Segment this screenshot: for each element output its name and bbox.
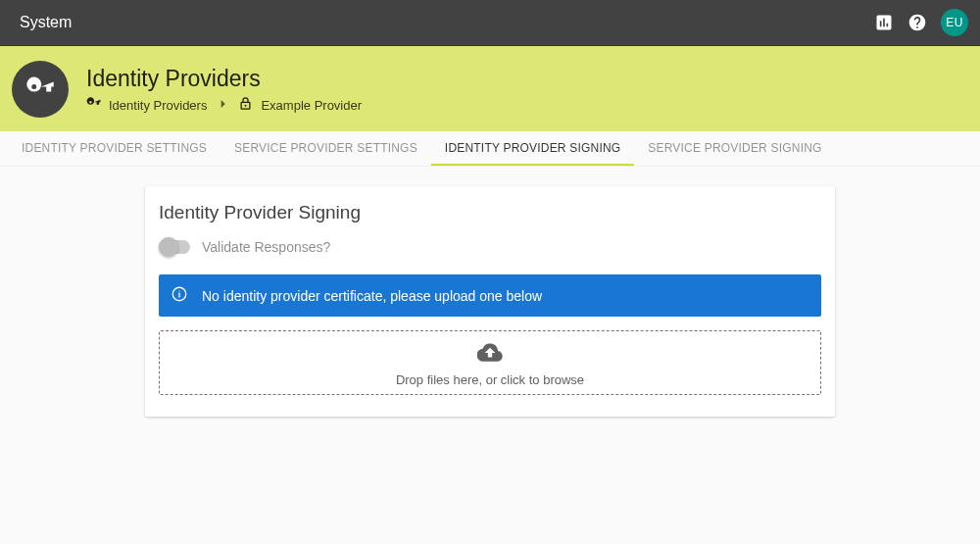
validate-responses-label: Validate Responses?	[202, 239, 330, 255]
breadcrumb-root[interactable]: Identity Providers	[109, 98, 207, 113]
app-title: System	[20, 14, 874, 31]
validate-responses-toggle[interactable]	[159, 240, 190, 254]
help-icon[interactable]	[907, 13, 927, 32]
chevron-right-icon	[215, 96, 230, 115]
top-app-bar: System EU	[0, 0, 980, 46]
content-area: Identity Provider Signing Validate Respo…	[0, 167, 980, 417]
key-small-icon	[86, 96, 101, 114]
lock-icon	[238, 96, 253, 114]
signing-card: Identity Provider Signing Validate Respo…	[145, 186, 835, 417]
file-dropzone[interactable]: Drop files here, or click to browse	[159, 330, 821, 395]
tab-service-provider-signing[interactable]: Service Provider Signing	[634, 131, 835, 166]
breadcrumb-current: Example Provider	[261, 98, 362, 113]
info-banner-text: No identity provider certificate, please…	[202, 288, 542, 304]
user-avatar[interactable]: EU	[941, 9, 968, 36]
key-icon	[12, 61, 69, 118]
info-banner: No identity provider certificate, please…	[159, 274, 821, 317]
svg-point-2	[178, 290, 179, 291]
card-title: Identity Provider Signing	[159, 202, 821, 223]
dropzone-label: Drop files here, or click to browse	[396, 372, 584, 387]
tab-identity-provider-signing[interactable]: Identity Provider Signing	[431, 131, 634, 166]
info-icon	[171, 285, 188, 306]
page-header: Identity Providers Identity Providers Ex…	[0, 46, 980, 131]
tab-service-provider-settings[interactable]: Service Provider Settings	[220, 131, 431, 166]
topbar-actions: EU	[874, 9, 968, 36]
breadcrumb: Identity Providers Example Provider	[86, 96, 362, 115]
tabs-bar: Identity Provider Settings Service Provi…	[0, 131, 980, 167]
validate-responses-row: Validate Responses?	[159, 239, 821, 255]
cloud-upload-icon	[477, 339, 503, 369]
chart-icon[interactable]	[874, 13, 894, 32]
tab-identity-provider-settings[interactable]: Identity Provider Settings	[8, 131, 220, 166]
page-title: Identity Providers	[86, 68, 362, 90]
